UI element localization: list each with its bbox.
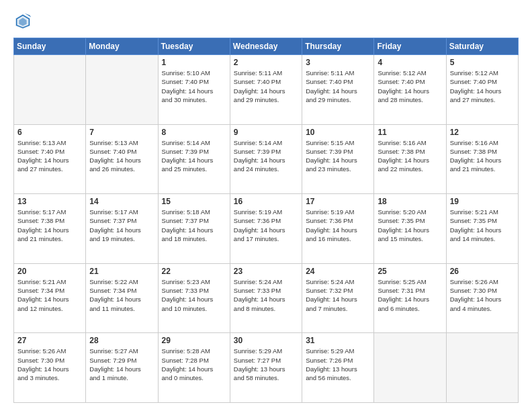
weekday-header: Friday xyxy=(374,38,446,55)
day-number: 2 xyxy=(234,58,298,67)
calendar-day-cell: 18Sunrise: 5:20 AM Sunset: 7:35 PM Dayli… xyxy=(374,194,446,264)
day-number: 5 xyxy=(450,58,515,67)
calendar-day-cell: 27Sunrise: 5:26 AM Sunset: 7:30 PM Dayli… xyxy=(14,333,86,403)
day-info: Sunrise: 5:22 AM Sunset: 7:34 PM Dayligh… xyxy=(89,277,154,313)
day-info: Sunrise: 5:26 AM Sunset: 7:30 PM Dayligh… xyxy=(17,347,82,382)
calendar-day-cell: 4Sunrise: 5:12 AM Sunset: 7:40 PM Daylig… xyxy=(374,55,446,125)
day-info: Sunrise: 5:24 AM Sunset: 7:32 PM Dayligh… xyxy=(306,277,370,313)
day-number: 24 xyxy=(306,267,370,276)
day-number: 21 xyxy=(89,267,154,276)
day-info: Sunrise: 5:14 AM Sunset: 7:39 PM Dayligh… xyxy=(162,138,226,174)
weekday-header: Monday xyxy=(86,38,158,55)
day-number: 30 xyxy=(234,336,298,345)
calendar-day-cell xyxy=(14,55,86,125)
calendar-day-cell: 6Sunrise: 5:13 AM Sunset: 7:40 PM Daylig… xyxy=(14,124,86,194)
day-number: 31 xyxy=(306,336,370,345)
calendar-day-cell: 17Sunrise: 5:19 AM Sunset: 7:36 PM Dayli… xyxy=(302,194,374,264)
day-number: 3 xyxy=(306,58,370,67)
day-number: 4 xyxy=(378,58,442,67)
logo-icon xyxy=(13,12,32,31)
calendar-table: SundayMondayTuesdayWednesdayThursdayFrid… xyxy=(13,38,519,403)
calendar-header-row: SundayMondayTuesdayWednesdayThursdayFrid… xyxy=(14,38,519,55)
day-number: 10 xyxy=(306,128,370,137)
calendar-day-cell: 19Sunrise: 5:21 AM Sunset: 7:35 PM Dayli… xyxy=(446,194,518,264)
calendar-week-row: 13Sunrise: 5:17 AM Sunset: 7:38 PM Dayli… xyxy=(14,194,519,264)
day-info: Sunrise: 5:21 AM Sunset: 7:35 PM Dayligh… xyxy=(450,208,515,243)
day-number: 23 xyxy=(234,267,298,276)
day-number: 29 xyxy=(162,336,226,345)
calendar-day-cell xyxy=(446,333,518,403)
calendar-day-cell: 2Sunrise: 5:11 AM Sunset: 7:40 PM Daylig… xyxy=(230,55,302,125)
logo xyxy=(13,12,35,31)
calendar-day-cell: 26Sunrise: 5:26 AM Sunset: 7:30 PM Dayli… xyxy=(446,263,518,333)
weekday-header: Tuesday xyxy=(158,38,230,55)
day-number: 22 xyxy=(162,267,226,276)
calendar-day-cell: 15Sunrise: 5:18 AM Sunset: 7:37 PM Dayli… xyxy=(158,194,230,264)
calendar-day-cell: 20Sunrise: 5:21 AM Sunset: 7:34 PM Dayli… xyxy=(14,263,86,333)
day-info: Sunrise: 5:11 AM Sunset: 7:40 PM Dayligh… xyxy=(234,68,298,104)
day-number: 8 xyxy=(162,128,226,137)
calendar-day-cell: 22Sunrise: 5:23 AM Sunset: 7:33 PM Dayli… xyxy=(158,263,230,333)
day-number: 16 xyxy=(234,197,298,206)
day-number: 13 xyxy=(17,197,82,206)
day-number: 18 xyxy=(378,197,442,206)
calendar-day-cell xyxy=(86,55,158,125)
day-info: Sunrise: 5:16 AM Sunset: 7:38 PM Dayligh… xyxy=(378,138,442,174)
weekday-header: Saturday xyxy=(446,38,518,55)
day-info: Sunrise: 5:28 AM Sunset: 7:28 PM Dayligh… xyxy=(162,347,226,382)
calendar-week-row: 20Sunrise: 5:21 AM Sunset: 7:34 PM Dayli… xyxy=(14,263,519,333)
weekday-header: Wednesday xyxy=(230,38,302,55)
day-info: Sunrise: 5:17 AM Sunset: 7:38 PM Dayligh… xyxy=(17,208,82,243)
calendar-week-row: 27Sunrise: 5:26 AM Sunset: 7:30 PM Dayli… xyxy=(14,333,519,403)
day-info: Sunrise: 5:12 AM Sunset: 7:40 PM Dayligh… xyxy=(450,68,515,104)
day-info: Sunrise: 5:24 AM Sunset: 7:33 PM Dayligh… xyxy=(234,277,298,313)
day-number: 14 xyxy=(89,197,154,206)
calendar-week-row: 6Sunrise: 5:13 AM Sunset: 7:40 PM Daylig… xyxy=(14,124,519,194)
calendar-day-cell: 12Sunrise: 5:16 AM Sunset: 7:38 PM Dayli… xyxy=(446,124,518,194)
calendar-day-cell: 24Sunrise: 5:24 AM Sunset: 7:32 PM Dayli… xyxy=(302,263,374,333)
page-header xyxy=(13,12,519,31)
day-info: Sunrise: 5:13 AM Sunset: 7:40 PM Dayligh… xyxy=(89,138,154,174)
day-number: 26 xyxy=(450,267,515,276)
calendar-day-cell: 28Sunrise: 5:27 AM Sunset: 7:29 PM Dayli… xyxy=(86,333,158,403)
day-info: Sunrise: 5:12 AM Sunset: 7:40 PM Dayligh… xyxy=(378,68,442,104)
day-info: Sunrise: 5:10 AM Sunset: 7:40 PM Dayligh… xyxy=(162,68,226,104)
calendar-day-cell: 14Sunrise: 5:17 AM Sunset: 7:37 PM Dayli… xyxy=(86,194,158,264)
day-info: Sunrise: 5:23 AM Sunset: 7:33 PM Dayligh… xyxy=(162,277,226,313)
day-number: 6 xyxy=(17,128,82,137)
calendar-day-cell: 10Sunrise: 5:15 AM Sunset: 7:39 PM Dayli… xyxy=(302,124,374,194)
calendar-day-cell: 23Sunrise: 5:24 AM Sunset: 7:33 PM Dayli… xyxy=(230,263,302,333)
day-info: Sunrise: 5:13 AM Sunset: 7:40 PM Dayligh… xyxy=(17,138,82,174)
day-info: Sunrise: 5:15 AM Sunset: 7:39 PM Dayligh… xyxy=(306,138,370,174)
day-info: Sunrise: 5:19 AM Sunset: 7:36 PM Dayligh… xyxy=(234,208,298,243)
calendar-day-cell xyxy=(374,333,446,403)
day-number: 15 xyxy=(162,197,226,206)
calendar-day-cell: 11Sunrise: 5:16 AM Sunset: 7:38 PM Dayli… xyxy=(374,124,446,194)
day-info: Sunrise: 5:16 AM Sunset: 7:38 PM Dayligh… xyxy=(450,138,515,174)
calendar-day-cell: 31Sunrise: 5:29 AM Sunset: 7:26 PM Dayli… xyxy=(302,333,374,403)
day-info: Sunrise: 5:17 AM Sunset: 7:37 PM Dayligh… xyxy=(89,208,154,243)
calendar-day-cell: 25Sunrise: 5:25 AM Sunset: 7:31 PM Dayli… xyxy=(374,263,446,333)
day-number: 9 xyxy=(234,128,298,137)
calendar-day-cell: 16Sunrise: 5:19 AM Sunset: 7:36 PM Dayli… xyxy=(230,194,302,264)
weekday-header: Sunday xyxy=(14,38,86,55)
calendar-day-cell: 29Sunrise: 5:28 AM Sunset: 7:28 PM Dayli… xyxy=(158,333,230,403)
day-number: 25 xyxy=(378,267,442,276)
day-info: Sunrise: 5:18 AM Sunset: 7:37 PM Dayligh… xyxy=(162,208,226,243)
calendar-day-cell: 5Sunrise: 5:12 AM Sunset: 7:40 PM Daylig… xyxy=(446,55,518,125)
day-info: Sunrise: 5:20 AM Sunset: 7:35 PM Dayligh… xyxy=(378,208,442,243)
calendar-day-cell: 13Sunrise: 5:17 AM Sunset: 7:38 PM Dayli… xyxy=(14,194,86,264)
day-info: Sunrise: 5:21 AM Sunset: 7:34 PM Dayligh… xyxy=(17,277,82,313)
weekday-header: Thursday xyxy=(302,38,374,55)
calendar-day-cell: 30Sunrise: 5:29 AM Sunset: 7:27 PM Dayli… xyxy=(230,333,302,403)
calendar-day-cell: 8Sunrise: 5:14 AM Sunset: 7:39 PM Daylig… xyxy=(158,124,230,194)
day-info: Sunrise: 5:14 AM Sunset: 7:39 PM Dayligh… xyxy=(234,138,298,174)
calendar-day-cell: 7Sunrise: 5:13 AM Sunset: 7:40 PM Daylig… xyxy=(86,124,158,194)
calendar-day-cell: 1Sunrise: 5:10 AM Sunset: 7:40 PM Daylig… xyxy=(158,55,230,125)
day-number: 28 xyxy=(89,336,154,345)
calendar-day-cell: 3Sunrise: 5:11 AM Sunset: 7:40 PM Daylig… xyxy=(302,55,374,125)
day-number: 1 xyxy=(162,58,226,67)
day-info: Sunrise: 5:26 AM Sunset: 7:30 PM Dayligh… xyxy=(450,277,515,313)
day-info: Sunrise: 5:29 AM Sunset: 7:27 PM Dayligh… xyxy=(234,347,298,382)
day-number: 7 xyxy=(89,128,154,137)
